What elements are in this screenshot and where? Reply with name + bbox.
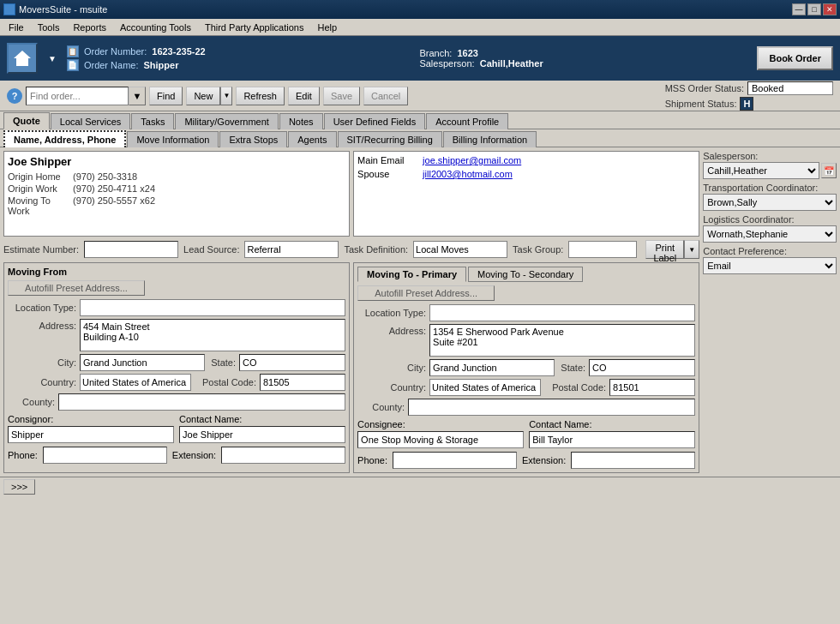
subtab-billing-information[interactable]: Billing Information xyxy=(443,131,537,147)
app-icon xyxy=(3,3,15,15)
contact-pref-select[interactable]: Email xyxy=(703,257,837,274)
dropdown-arrow[interactable]: ▼ xyxy=(48,54,57,63)
tab-user-defined-fields[interactable]: User Defined Fields xyxy=(324,113,426,129)
refresh-button[interactable]: Refresh xyxy=(236,87,285,105)
subtab-move-information[interactable]: Move Information xyxy=(127,131,219,147)
contact-pref-group: Contact Preference: Email xyxy=(703,246,837,274)
main-tabs-container: Quote Local Services Tasks Military/Gove… xyxy=(0,111,840,147)
salesperson-group: Salesperson: Cahill,Heather 📅 xyxy=(703,151,837,179)
autofill-to-button[interactable]: Autofill Preset Address... xyxy=(357,285,495,301)
find-dropdown-arrow[interactable]: ▼ xyxy=(129,87,146,105)
from-county-input[interactable] xyxy=(58,393,345,411)
print-label-button[interactable]: Print Label xyxy=(645,240,684,259)
toolbar: ? ▼ Find New ▼ Refresh Edit Save Cancel … xyxy=(0,81,840,111)
estimate-number-input[interactable] xyxy=(84,241,178,258)
order-info: 📋 Order Number: 1623-235-22 📄 Order Name… xyxy=(67,45,206,71)
logistics-coord-group: Logistics Coordinator: Wornath,Stephanie xyxy=(703,214,837,243)
to-bottom-fields: Consignee: Contact Name: xyxy=(357,419,695,448)
subtab-agents[interactable]: Agents xyxy=(288,131,336,147)
from-address-textarea[interactable]: 454 Main Street xyxy=(80,319,345,351)
to-consignee-input[interactable] xyxy=(357,431,524,448)
autofill-from-button[interactable]: Autofill Preset Address... xyxy=(8,280,145,296)
print-label-arrow[interactable]: ▼ xyxy=(684,240,699,259)
moving-to-section: Moving To - Primary Moving To - Secondar… xyxy=(353,262,699,473)
menu-help[interactable]: Help xyxy=(310,21,344,34)
tab-military-government[interactable]: Military/Government xyxy=(175,113,278,129)
from-postal-code-input[interactable] xyxy=(260,374,345,391)
moving-from-section: Moving From Autofill Preset Address... L… xyxy=(3,262,350,473)
window-controls[interactable]: — □ ✕ xyxy=(792,3,837,15)
book-order-button[interactable]: Book Order xyxy=(757,46,833,70)
subtab-extra-stops[interactable]: Extra Stops xyxy=(219,131,287,147)
tab-tasks[interactable]: Tasks xyxy=(131,113,174,129)
main-email-link[interactable]: joe.shipper@gmail.com xyxy=(423,155,521,165)
moving-to-tabs: Moving To - Primary Moving To - Secondar… xyxy=(357,267,695,282)
from-extension-input[interactable] xyxy=(221,447,345,464)
from-state-input[interactable] xyxy=(239,354,345,371)
menu-reports[interactable]: Reports xyxy=(66,21,113,34)
tab-account-profile[interactable]: Account Profile xyxy=(426,113,508,129)
new-button[interactable]: New xyxy=(186,87,220,105)
order-header: ▼ 📋 Order Number: 1623-235-22 📄 Order Na… xyxy=(0,36,840,81)
to-county-input[interactable] xyxy=(408,399,695,416)
salesperson-select[interactable]: Cahill,Heather xyxy=(703,162,819,179)
contact-box: Joe Shipper Origin Home (970) 250-3318 O… xyxy=(3,151,350,237)
minimize-button[interactable]: — xyxy=(792,3,806,15)
content-area: Joe Shipper Origin Home (970) 250-3318 O… xyxy=(0,147,840,477)
home-icon[interactable] xyxy=(7,43,38,74)
help-icon[interactable]: ? xyxy=(7,88,22,104)
to-phone-input[interactable] xyxy=(393,452,517,469)
status-area: MSS Order Status: Booked Shipment Status… xyxy=(665,81,833,111)
save-button[interactable]: Save xyxy=(323,87,360,105)
close-button[interactable]: ✕ xyxy=(823,3,837,15)
to-postal-code-input[interactable] xyxy=(609,379,695,396)
maximize-button[interactable]: □ xyxy=(807,3,821,15)
to-city-input[interactable] xyxy=(429,359,555,376)
logistics-coord-select[interactable]: Wornath,Stephanie xyxy=(703,225,837,243)
from-phone-input[interactable] xyxy=(43,447,167,464)
find-input[interactable] xyxy=(26,87,129,105)
branch-salesperson-info: Branch: 1623 Salesperson: Cahill,Heather xyxy=(419,48,543,69)
transport-coord-select[interactable]: Brown,Sally xyxy=(703,194,837,211)
lead-source-select[interactable]: Referral xyxy=(244,241,339,258)
to-address-textarea[interactable]: 1354 E Sherwood Park Avenue Suite #201 xyxy=(429,324,695,357)
spouse-email-link[interactable]: jill2003@hotmail.com xyxy=(423,169,513,179)
task-form-row: Estimate Number: Lead Source: Referral T… xyxy=(3,240,699,259)
salesperson-calendar-icon[interactable]: 📅 xyxy=(821,163,837,178)
moving-to-secondary-tab[interactable]: Moving To - Secondary xyxy=(468,267,583,282)
order-name-icon: 📄 xyxy=(67,59,79,71)
menu-bar: File Tools Reports Accounting Tools Thir… xyxy=(0,19,840,36)
from-contact-name-input[interactable] xyxy=(179,426,345,443)
to-extension-input[interactable] xyxy=(571,452,695,469)
moving-to-primary-tab[interactable]: Moving To - Primary xyxy=(357,267,466,282)
footer-arrow-button[interactable]: >>> xyxy=(3,479,35,495)
from-consignor-input[interactable] xyxy=(8,426,174,443)
to-contact-name-input[interactable] xyxy=(529,431,695,448)
to-country-select[interactable]: United States of America xyxy=(429,379,541,396)
menu-accounting-tools[interactable]: Accounting Tools xyxy=(113,21,198,34)
tab-quote[interactable]: Quote xyxy=(3,112,50,129)
subtab-name-address-phone[interactable]: Name, Address, Phone xyxy=(3,130,126,147)
from-country-select[interactable]: United States of America xyxy=(80,374,191,391)
find-button[interactable]: Find xyxy=(149,87,183,105)
from-location-type-select[interactable] xyxy=(80,299,345,316)
to-state-input[interactable] xyxy=(589,359,695,376)
from-phone-row: Phone: Extension: xyxy=(8,447,345,464)
new-dropdown-arrow[interactable]: ▼ xyxy=(220,87,232,105)
menu-third-party[interactable]: Third Party Applications xyxy=(198,21,311,34)
task-definition-select[interactable]: Local Moves xyxy=(413,241,507,258)
shipment-status-h-button[interactable]: H xyxy=(740,97,753,111)
edit-button[interactable]: Edit xyxy=(288,87,320,105)
title-bar: MoversSuite - msuite — □ ✕ xyxy=(0,0,840,19)
moving-from-title: Moving From xyxy=(8,267,345,277)
to-location-type-select[interactable] xyxy=(429,304,695,321)
from-city-input[interactable] xyxy=(80,354,205,371)
main-tabs-row: Quote Local Services Tasks Military/Gove… xyxy=(0,111,840,129)
menu-tools[interactable]: Tools xyxy=(31,21,67,34)
menu-file[interactable]: File xyxy=(2,21,31,34)
task-group-select[interactable] xyxy=(568,241,637,258)
cancel-button[interactable]: Cancel xyxy=(363,87,408,105)
subtab-sit-recurring-billing[interactable]: SIT/Recurring Billing xyxy=(338,131,442,147)
tab-notes[interactable]: Notes xyxy=(279,113,323,129)
tab-local-services[interactable]: Local Services xyxy=(51,113,131,129)
